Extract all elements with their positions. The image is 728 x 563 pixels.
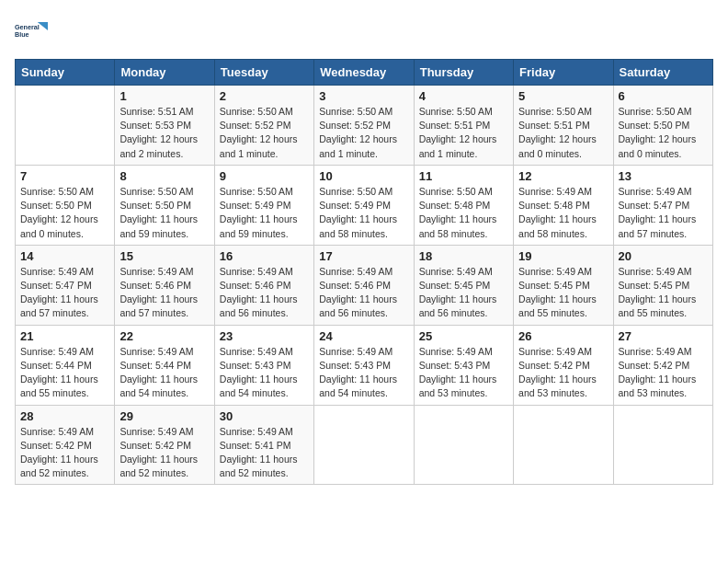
calendar-cell: 28Sunrise: 5:49 AMSunset: 5:42 PMDayligh…	[16, 405, 115, 485]
day-number: 27	[619, 329, 708, 343]
day-number: 13	[619, 169, 708, 183]
calendar-cell: 17Sunrise: 5:49 AMSunset: 5:46 PMDayligh…	[314, 245, 414, 325]
day-info: Sunrise: 5:50 AMSunset: 5:50 PMDaylight:…	[20, 185, 109, 241]
calendar-week-1: 1Sunrise: 5:51 AMSunset: 5:53 PMDaylight…	[16, 86, 713, 166]
day-info: Sunrise: 5:50 AMSunset: 5:52 PMDaylight:…	[220, 105, 309, 161]
day-info: Sunrise: 5:49 AMSunset: 5:45 PMDaylight:…	[518, 265, 608, 321]
day-number: 16	[220, 249, 309, 263]
day-number: 26	[518, 329, 608, 343]
day-number: 18	[419, 249, 508, 263]
calendar-week-4: 21Sunrise: 5:49 AMSunset: 5:44 PMDayligh…	[16, 325, 713, 405]
svg-text:General: General	[15, 23, 40, 31]
day-info: Sunrise: 5:49 AMSunset: 5:47 PMDaylight:…	[20, 265, 109, 321]
day-number: 25	[419, 329, 508, 343]
weekday-header-friday: Friday	[514, 60, 613, 86]
weekday-header-monday: Monday	[115, 60, 214, 86]
calendar-cell: 18Sunrise: 5:49 AMSunset: 5:45 PMDayligh…	[414, 245, 513, 325]
day-info: Sunrise: 5:50 AMSunset: 5:52 PMDaylight:…	[319, 105, 408, 161]
calendar-cell: 14Sunrise: 5:49 AMSunset: 5:47 PMDayligh…	[16, 245, 115, 325]
calendar-cell: 16Sunrise: 5:49 AMSunset: 5:46 PMDayligh…	[214, 245, 313, 325]
calendar-cell: 4Sunrise: 5:50 AMSunset: 5:51 PMDaylight…	[414, 86, 513, 166]
day-number: 12	[518, 169, 608, 183]
calendar-cell: 21Sunrise: 5:49 AMSunset: 5:44 PMDayligh…	[16, 325, 115, 405]
calendar-week-2: 7Sunrise: 5:50 AMSunset: 5:50 PMDaylight…	[16, 165, 713, 245]
day-info: Sunrise: 5:50 AMSunset: 5:50 PMDaylight:…	[619, 105, 708, 161]
calendar-cell: 1Sunrise: 5:51 AMSunset: 5:53 PMDaylight…	[115, 86, 214, 166]
calendar-cell: 15Sunrise: 5:49 AMSunset: 5:46 PMDayligh…	[115, 245, 214, 325]
svg-text:Blue: Blue	[15, 30, 29, 39]
day-info: Sunrise: 5:49 AMSunset: 5:44 PMDaylight:…	[20, 345, 109, 401]
day-number: 15	[119, 249, 209, 263]
day-info: Sunrise: 5:49 AMSunset: 5:41 PMDaylight:…	[220, 425, 309, 481]
calendar-cell: 29Sunrise: 5:49 AMSunset: 5:42 PMDayligh…	[115, 405, 214, 485]
calendar-cell: 22Sunrise: 5:49 AMSunset: 5:44 PMDayligh…	[115, 325, 214, 405]
weekday-header-thursday: Thursday	[414, 60, 513, 86]
day-info: Sunrise: 5:49 AMSunset: 5:45 PMDaylight:…	[619, 265, 708, 321]
weekday-header-saturday: Saturday	[613, 60, 712, 86]
day-info: Sunrise: 5:49 AMSunset: 5:42 PMDaylight:…	[20, 425, 109, 481]
calendar-cell: 20Sunrise: 5:49 AMSunset: 5:45 PMDayligh…	[613, 245, 712, 325]
day-info: Sunrise: 5:49 AMSunset: 5:42 PMDaylight:…	[619, 345, 708, 401]
weekday-header-row: SundayMondayTuesdayWednesdayThursdayFrid…	[16, 60, 713, 86]
calendar-cell: 24Sunrise: 5:49 AMSunset: 5:43 PMDayligh…	[314, 325, 414, 405]
calendar-cell: 7Sunrise: 5:50 AMSunset: 5:50 PMDaylight…	[16, 165, 115, 245]
day-info: Sunrise: 5:49 AMSunset: 5:48 PMDaylight:…	[518, 185, 608, 241]
day-number: 10	[319, 169, 408, 183]
calendar-cell: 8Sunrise: 5:50 AMSunset: 5:50 PMDaylight…	[115, 165, 214, 245]
calendar-cell: 6Sunrise: 5:50 AMSunset: 5:50 PMDaylight…	[613, 86, 712, 166]
calendar-week-5: 28Sunrise: 5:49 AMSunset: 5:42 PMDayligh…	[16, 405, 713, 485]
day-number: 4	[419, 89, 508, 103]
calendar-cell: 19Sunrise: 5:49 AMSunset: 5:45 PMDayligh…	[514, 245, 613, 325]
day-info: Sunrise: 5:49 AMSunset: 5:44 PMDaylight:…	[119, 345, 209, 401]
calendar-cell: 9Sunrise: 5:50 AMSunset: 5:49 PMDaylight…	[214, 165, 313, 245]
weekday-header-wednesday: Wednesday	[314, 60, 414, 86]
day-number: 29	[119, 409, 209, 423]
day-number: 21	[20, 329, 109, 343]
day-info: Sunrise: 5:50 AMSunset: 5:51 PMDaylight:…	[518, 105, 608, 161]
day-info: Sunrise: 5:49 AMSunset: 5:46 PMDaylight:…	[220, 265, 309, 321]
day-info: Sunrise: 5:50 AMSunset: 5:49 PMDaylight:…	[220, 185, 309, 241]
day-number: 2	[220, 89, 309, 103]
calendar-cell: 10Sunrise: 5:50 AMSunset: 5:49 PMDayligh…	[314, 165, 414, 245]
day-number: 20	[619, 249, 708, 263]
logo-icon: GeneralBlue	[15, 15, 48, 48]
day-number: 9	[220, 169, 309, 183]
weekday-header-sunday: Sunday	[16, 60, 115, 86]
day-number: 7	[20, 169, 109, 183]
calendar-cell: 23Sunrise: 5:49 AMSunset: 5:43 PMDayligh…	[214, 325, 313, 405]
day-info: Sunrise: 5:50 AMSunset: 5:49 PMDaylight:…	[319, 185, 408, 241]
calendar-cell: 12Sunrise: 5:49 AMSunset: 5:48 PMDayligh…	[514, 165, 613, 245]
day-number: 24	[319, 329, 408, 343]
day-info: Sunrise: 5:49 AMSunset: 5:42 PMDaylight:…	[518, 345, 608, 401]
day-number: 3	[319, 89, 408, 103]
calendar-table: SundayMondayTuesdayWednesdayThursdayFrid…	[15, 59, 713, 485]
day-info: Sunrise: 5:49 AMSunset: 5:46 PMDaylight:…	[319, 265, 408, 321]
day-number: 22	[119, 329, 209, 343]
day-info: Sunrise: 5:50 AMSunset: 5:51 PMDaylight:…	[419, 105, 508, 161]
day-info: Sunrise: 5:49 AMSunset: 5:47 PMDaylight:…	[619, 185, 708, 241]
day-info: Sunrise: 5:49 AMSunset: 5:43 PMDaylight:…	[319, 345, 408, 401]
day-info: Sunrise: 5:49 AMSunset: 5:43 PMDaylight:…	[419, 345, 508, 401]
calendar-cell: 26Sunrise: 5:49 AMSunset: 5:42 PMDayligh…	[514, 325, 613, 405]
calendar-cell: 5Sunrise: 5:50 AMSunset: 5:51 PMDaylight…	[514, 86, 613, 166]
day-info: Sunrise: 5:49 AMSunset: 5:43 PMDaylight:…	[220, 345, 309, 401]
calendar-cell: 27Sunrise: 5:49 AMSunset: 5:42 PMDayligh…	[613, 325, 712, 405]
calendar-cell	[314, 405, 414, 485]
day-info: Sunrise: 5:51 AMSunset: 5:53 PMDaylight:…	[119, 105, 209, 161]
calendar-cell: 3Sunrise: 5:50 AMSunset: 5:52 PMDaylight…	[314, 86, 414, 166]
calendar-week-3: 14Sunrise: 5:49 AMSunset: 5:47 PMDayligh…	[16, 245, 713, 325]
header: GeneralBlue	[15, 15, 713, 48]
weekday-header-tuesday: Tuesday	[214, 60, 313, 86]
day-info: Sunrise: 5:49 AMSunset: 5:42 PMDaylight:…	[119, 425, 209, 481]
day-number: 8	[119, 169, 209, 183]
calendar-cell: 30Sunrise: 5:49 AMSunset: 5:41 PMDayligh…	[214, 405, 313, 485]
day-number: 23	[220, 329, 309, 343]
day-number: 1	[119, 89, 209, 103]
day-number: 28	[20, 409, 109, 423]
calendar-cell	[414, 405, 513, 485]
calendar-cell: 25Sunrise: 5:49 AMSunset: 5:43 PMDayligh…	[414, 325, 513, 405]
day-info: Sunrise: 5:49 AMSunset: 5:46 PMDaylight:…	[119, 265, 209, 321]
day-number: 17	[319, 249, 408, 263]
calendar-cell: 11Sunrise: 5:50 AMSunset: 5:48 PMDayligh…	[414, 165, 513, 245]
calendar-cell	[16, 86, 115, 166]
